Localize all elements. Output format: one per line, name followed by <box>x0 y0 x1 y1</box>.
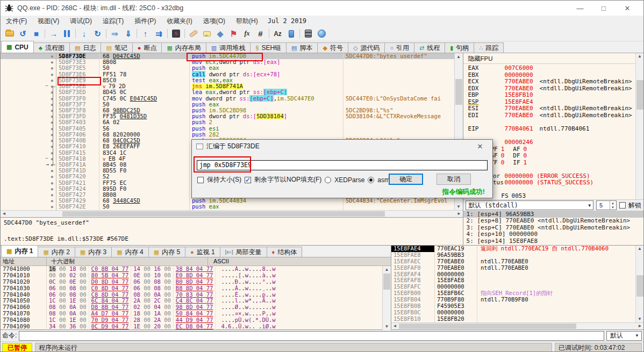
az-icon[interactable]: Az <box>271 27 284 40</box>
tab-结构体[interactable]: ♦结构体 <box>267 247 303 257</box>
stack-row[interactable]: 15E8FAFC00000000 <box>391 284 635 290</box>
scroll-thumb[interactable] <box>455 79 462 105</box>
scroll-up-arrow[interactable]: ▲ <box>383 266 391 273</box>
tab-内存布局[interactable]: ▦内存布局 <box>161 42 206 53</box>
argument-row[interactable]: 5: [esp+14] 15E8FAE8 <box>463 238 643 245</box>
tab-内存 5[interactable]: ▦内存 5 <box>148 247 185 257</box>
step-over-icon[interactable]: ↻ <box>91 27 104 40</box>
stack-row[interactable]: 15E8FB04770B9F80ntdll.770B9F80 <box>391 297 635 303</box>
modules-icon[interactable] <box>284 27 298 40</box>
menu-item-7[interactable]: 帮助(H) <box>231 16 263 26</box>
disasm-hscrollbar[interactable]: ◄ ► <box>1 210 463 217</box>
argument-row[interactable]: 4: [esp+10] 00000000 <box>463 231 643 238</box>
scroll-down-arrow[interactable]: ▼ <box>636 316 643 322</box>
menu-item-1[interactable]: 视图(V) <box>32 16 65 26</box>
xedparse-radio[interactable] <box>325 177 331 183</box>
menu-item-2[interactable]: 调试(D) <box>65 16 97 26</box>
tab-SEH链[interactable]: §SEH链 <box>250 42 287 53</box>
tab-CPU[interactable]: ▦CPU <box>1 41 34 53</box>
menu-item-5[interactable]: 收藏夹(I) <box>161 16 197 26</box>
dump-vscrollbar[interactable]: ▲ ▼ <box>382 266 391 330</box>
tab-符号[interactable]: ◆符号 <box>317 42 348 53</box>
tab-调用堆栈[interactable]: ▥调用堆栈 <box>206 42 251 53</box>
run-to-user-icon[interactable]: ⇒ <box>108 27 121 40</box>
ok-button[interactable]: 确定 <box>389 174 423 185</box>
stack-row[interactable]: 15E8FAEC770EABE0ntdll.770EABE0 <box>391 258 635 265</box>
scroll-right-arrow[interactable]: ► <box>456 211 463 217</box>
seh-s-icon[interactable]: S <box>169 27 183 40</box>
spinner-arrows-icon[interactable]: ▲▼ <box>610 201 616 210</box>
register-row[interactable] <box>468 132 643 139</box>
close-button[interactable]: ✕ <box>616 1 639 15</box>
stack-hscrollbar[interactable]: ◄ ► <box>391 322 643 329</box>
tab-引用[interactable]: ○引用 <box>384 42 414 53</box>
stack-row[interactable]: 15E8FAF400000000 <box>391 271 635 278</box>
stack-row[interactable]: 15E8FB1015E8FB20 <box>391 316 635 322</box>
stack-vscrollbar[interactable]: ▲ ▼ <box>635 246 643 322</box>
comment-icon[interactable] <box>200 27 213 40</box>
command-combobox[interactable]: 默认 ▼ <box>606 331 642 341</box>
stack-row[interactable]: 15E8FAF815E8FAE8 <box>391 277 635 284</box>
dump-row[interactable]: 7704109034 00 36 000C D9 04 771E 00 20 0… <box>1 324 382 330</box>
stack-row[interactable]: 15E8FAE4770EAC19返回到 ntdll.770EAC19 自 ntd… <box>391 246 635 252</box>
tab-局部变量[interactable]: [x=]局部变量 <box>220 247 267 257</box>
register-row[interactable]: EIP770B4061ntdll.770B4061 <box>468 126 643 133</box>
register-row[interactable]: EAX007C6000 <box>468 65 643 72</box>
register-row[interactable]: CF0TF0IF1 <box>468 160 643 167</box>
register-row[interactable] <box>468 186 643 193</box>
globe-icon[interactable] <box>315 27 328 40</box>
disasm-row[interactable]: ●5D8F74036A 02push 2 <box>1 119 454 125</box>
tab-跟踪[interactable]: ∴跟踪 <box>474 42 504 53</box>
scroll-up-arrow[interactable]: ▲ <box>636 246 643 252</box>
tab-流程图[interactable]: ♣流程图 <box>33 42 70 53</box>
stack-row[interactable]: 15E8FAF0770EABE0ntdll.770EABE0 <box>391 265 635 271</box>
calculator-icon[interactable] <box>302 27 315 40</box>
scroll-up-arrow[interactable]: ▲ <box>636 53 643 60</box>
scroll-left-arrow[interactable]: ◄ <box>391 323 398 329</box>
tab-内存 3[interactable]: ▦内存 3 <box>75 247 112 257</box>
register-row[interactable]: EDI770EABE0<ntdll.DbgUiRemoteBreakin> <box>468 112 643 119</box>
stack-row[interactable]: 15E8FB0C00000000 <box>391 310 635 316</box>
asmjit-radio[interactable] <box>368 177 374 183</box>
scroll-thumb[interactable] <box>636 275 643 297</box>
scroll-thumb[interactable] <box>383 274 390 290</box>
register-row[interactable]: EBP15E8FB10 <box>468 92 643 99</box>
tab-内存 4[interactable]: ▦内存 4 <box>111 247 148 257</box>
arg-count-spinner[interactable]: 5 ▲▼ <box>596 200 617 210</box>
unlock-checkbox[interactable] <box>619 202 626 209</box>
stack-row[interactable]: 15E8FAE896A59BB3 <box>391 252 635 258</box>
registers-vscrollbar[interactable]: ▲ <box>635 53 643 199</box>
breakpoint-dot-icon[interactable]: ● <box>51 204 53 210</box>
convention-combobox[interactable]: 默认 (stdcall) ▼ <box>466 200 593 210</box>
keep-size-checkbox[interactable] <box>197 177 204 183</box>
minimize-button[interactable]: — <box>568 1 592 15</box>
hash-icon[interactable]: # <box>254 27 267 40</box>
scroll-right-arrow[interactable]: ► <box>636 323 643 329</box>
hide-fpu-button[interactable]: 隐藏FPU <box>463 53 643 64</box>
tab-脚本[interactable]: ▤脚本 <box>286 42 318 53</box>
bookmark-icon[interactable]: ⚑ <box>227 27 240 40</box>
menu-item-4[interactable]: 插件(P) <box>129 16 161 26</box>
execute-till-return-icon[interactable]: ⇓ <box>121 27 135 40</box>
scroll-thumb[interactable] <box>62 211 385 217</box>
dialog-close-icon[interactable]: ✕ <box>472 142 488 150</box>
restart-icon[interactable]: ↺ <box>16 27 30 40</box>
tab-日志[interactable]: ▤日志 <box>69 42 101 53</box>
pause-icon[interactable] <box>60 27 74 40</box>
register-row[interactable]: LastStatus00000000 (STATUS_SUCCESS) <box>468 179 643 186</box>
tab-笔记[interactable]: ▤笔记 <box>101 42 132 53</box>
tab-内存 1[interactable]: ▦内存 1 <box>1 245 38 257</box>
run-to-user-code-icon[interactable]: ⇉ <box>152 27 166 40</box>
tab-线程[interactable]: ⇄线程 <box>414 42 445 53</box>
cancel-button[interactable]: 取消 <box>437 174 471 185</box>
maximize-button[interactable]: □ <box>592 1 616 15</box>
tab-句柄[interactable]: ▮句柄 <box>445 42 474 53</box>
step-out-icon[interactable]: ↑ <box>139 27 152 40</box>
step-into-icon[interactable]: ↓ <box>77 27 91 40</box>
tab-断点[interactable]: ●断点 <box>132 42 162 53</box>
tab-源代码[interactable]: ◇源代码 <box>348 42 385 53</box>
scroll-left-arrow[interactable]: ◄ <box>1 211 8 217</box>
close-debuggee-icon[interactable]: ■ <box>30 27 43 40</box>
tab-内存 2[interactable]: ▦内存 2 <box>38 247 75 257</box>
function-icon[interactable]: fx <box>240 27 254 40</box>
